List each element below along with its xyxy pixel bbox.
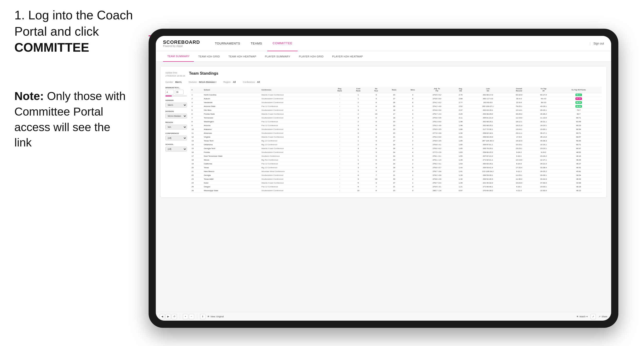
cell-conference: Atlantic Coast Conference: [260, 147, 330, 151]
cell-wins: 3: [404, 158, 422, 162]
subnav-player-h2h-heatmap[interactable]: PLAYER H2H HEATMAP: [328, 51, 367, 62]
cell-school: Ole Miss: [203, 108, 260, 112]
cell-avg-sg: 1.85: [452, 139, 469, 143]
subnav-player-h2h-grid[interactable]: PLAYER H2H GRID: [294, 51, 328, 62]
cell-overall: 11-38.2: [507, 177, 531, 181]
nav-committee[interactable]: COMMITTEE: [267, 36, 298, 51]
cell-vs25: 23-33.1: [531, 185, 556, 189]
cell-reg-rank: -: [330, 162, 349, 166]
cell-avg-sg: 1.55: [452, 154, 469, 158]
table-row: 12 Virginia Atlantic Coast Conference - …: [190, 135, 602, 139]
cell-avg-sg: 2.77: [452, 101, 469, 105]
instruction-title: 1. Log into the Coach Portal and click C…: [14, 7, 148, 56]
division-section: Division NCAA Division I: [165, 110, 187, 118]
cell-overall: 22-9-0: [507, 101, 531, 105]
cell-no-tour: 8: [368, 162, 385, 166]
cell-rnds: 23: [385, 128, 404, 131]
gender-select[interactable]: Men's: [165, 103, 187, 107]
nav-tournaments[interactable]: TOURNAMENTS: [210, 36, 246, 51]
cell-wins: 0: [404, 189, 422, 193]
subnav-player-summary[interactable]: PLAYER SUMMARY: [260, 51, 294, 62]
cell-conference: Southeastern Conference: [260, 189, 330, 193]
cell-rnds: 27: [385, 181, 404, 185]
sign-out-button[interactable]: Sign out: [594, 42, 604, 45]
conference-select[interactable]: (All): [165, 136, 187, 141]
eye-icon: 👁: [207, 315, 210, 318]
cell-conference: Southern Conference: [260, 154, 330, 158]
cell-conf-rank: 1: [349, 139, 368, 143]
subnav-team-h2h-heatmap[interactable]: TEAM H2H HEATMAP: [224, 51, 260, 62]
cell-conf-rank: 9: [349, 177, 368, 181]
cell-vs25: 9-24.2: [531, 151, 556, 154]
nav-bar: SCOREBOARD Powered by clippd TOURNAMENTS…: [156, 36, 611, 51]
toolbar-watch-button[interactable]: 👁 Watch ▾: [576, 315, 588, 318]
cell-conference: Southeastern Conference: [260, 101, 330, 105]
toolbar-zoom-in-button[interactable]: +: [183, 314, 188, 319]
rounds-slider[interactable]: [165, 95, 187, 96]
cell-no-tour: 8: [368, 147, 385, 151]
cell-conference: Southeastern Conference: [260, 108, 330, 112]
cell-reg-rank: -: [330, 112, 349, 116]
cell-overall: 42-16-0: [507, 93, 531, 97]
table-row: 25 Oregon Pac-12 Conference - 5 7 21 0 2…: [190, 185, 602, 189]
cell-reg-rank: -: [330, 139, 349, 143]
cell-num: 4: [190, 105, 203, 108]
toolbar-back-button[interactable]: ◀: [160, 314, 165, 319]
cell-vs50: 48.13: [556, 189, 602, 193]
cell-wins: 6: [404, 101, 422, 105]
cell-reg-rank: -: [330, 120, 349, 124]
cell-reg-rank: -: [330, 158, 349, 162]
cell-low-sg: 264 96-29.2: [469, 112, 507, 116]
col-vs50: Vs Top 50 Points: [556, 87, 602, 93]
cell-vs25: 11-13.0: [531, 116, 556, 120]
cell-avg-sg: 2.37: [452, 108, 469, 112]
cell-no-tour: 8: [368, 128, 385, 131]
cell-no-tour: 6: [368, 108, 385, 112]
cell-wins: 5: [404, 154, 422, 158]
cell-reg-rank: -: [330, 143, 349, 147]
cell-reg-rank: -: [330, 101, 349, 105]
cell-vs25: 33-38.4: [531, 166, 556, 170]
cell-school: Texas: [203, 166, 260, 170]
cell-low-sg: 269 92-40.3: [469, 177, 507, 181]
cell-low-sg: 269 59-41.4: [469, 166, 507, 170]
division-filter: Division: NCAA Division I: [189, 81, 216, 83]
cell-reg-rank: -: [330, 173, 349, 177]
toolbar-view-button[interactable]: 👁 View: Original: [207, 315, 224, 318]
school-select[interactable]: (All): [165, 147, 187, 152]
cell-low-sg: 265 100-27.1: [469, 105, 507, 108]
cell-no-tour: 9: [368, 139, 385, 143]
cell-conference: Big 12 Conference: [260, 166, 330, 170]
toolbar-share-button[interactable]: ↗ Share: [599, 315, 607, 318]
main-content: Minimum Rou... Gender: [165, 87, 602, 193]
cell-adj-par: 278.7 -0.4: [422, 181, 452, 185]
subnav-team-summary[interactable]: TEAM SUMMARY: [163, 51, 194, 62]
toolbar-expand-button[interactable]: ⤢: [590, 314, 596, 319]
toolbar-zoom-out-button[interactable]: −: [189, 314, 194, 319]
min-rounds-min-input[interactable]: [165, 90, 174, 95]
toolbar-info-button[interactable]: ℹ: [200, 314, 206, 319]
toolbar-reload-button[interactable]: ↺: [172, 314, 177, 319]
region-select[interactable]: N/A: [165, 125, 187, 130]
cell-adj-par: 277.5 -2.9: [422, 151, 452, 154]
min-rounds-max-input[interactable]: [175, 90, 184, 95]
col-no-tour: NoTour: [368, 87, 385, 93]
tablet-screen: SCOREBOARD Powered by clippd TOURNAMENTS…: [156, 36, 611, 321]
table-row: 19 California Pac-12 Conference - 4 8 24…: [190, 162, 602, 166]
subnav-team-h2h-grid[interactable]: TEAM H2H GRID: [194, 51, 224, 62]
cell-vs25: 39-3.0: [531, 101, 556, 105]
cell-school: Mississippi State: [203, 189, 260, 193]
cell-avg-sg: 2.88: [452, 97, 469, 101]
card-header: Update time: 27/03/2024 16:56:26 Team St…: [165, 71, 602, 77]
toolbar-forward-button[interactable]: ▶: [166, 314, 171, 319]
cell-vs25: 13-20.1: [531, 128, 556, 131]
cell-adj-par: 277.0 -3.8: [422, 131, 452, 135]
cell-wins: 1: [404, 124, 422, 128]
nav-teams[interactable]: TEAMS: [246, 36, 267, 51]
col-wins: Wins: [404, 87, 422, 93]
division-select[interactable]: NCAA Division I: [165, 114, 187, 118]
table-row: 21 New Mexico Mountain West Conference -…: [190, 170, 602, 173]
table-row: 3 Vanderbilt Southeastern Conference - 2…: [190, 101, 602, 105]
cell-vs25: 23-23.1: [531, 147, 556, 151]
cell-school: Florida: [203, 151, 260, 154]
